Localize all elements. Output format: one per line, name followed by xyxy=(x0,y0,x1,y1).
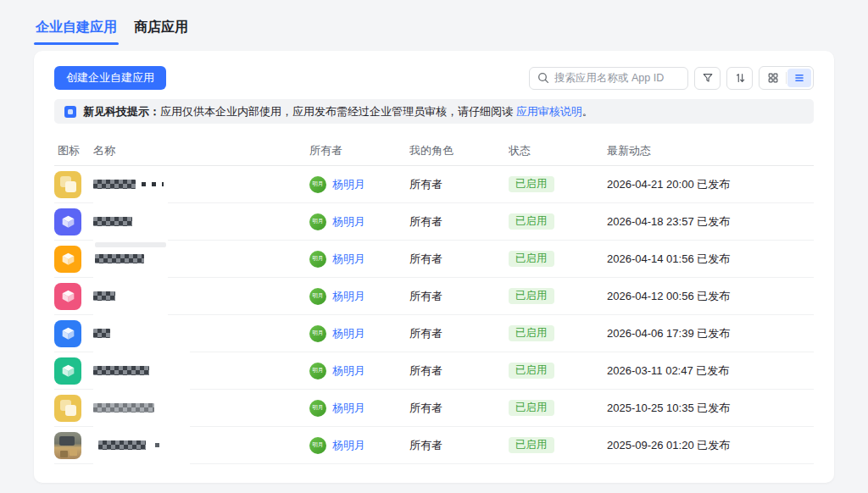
app-icon-cube xyxy=(54,283,81,310)
search-icon xyxy=(537,72,549,84)
app-icon-photo xyxy=(54,432,81,459)
table-row[interactable]: 明月 杨明月 所有者 已启用 2026-04-14 01:56 已发布 xyxy=(54,241,814,278)
status-badge: 已启用 xyxy=(509,288,554,305)
sort-icon xyxy=(734,72,746,84)
banner-prefix: 新见科技提示： xyxy=(83,105,160,118)
tab-bar: 企业自建应用商店应用 xyxy=(34,19,190,45)
icon-cell xyxy=(54,208,93,235)
owner-link[interactable]: 杨明月 xyxy=(332,289,365,304)
role-text: 所有者 xyxy=(409,177,509,192)
app-name-censored xyxy=(93,217,132,226)
app-list-card: 创建企业自建应用 xyxy=(34,51,834,483)
app-icon-docs xyxy=(54,395,81,422)
status-cell: 已启用 xyxy=(509,325,607,342)
app-icon-cube xyxy=(54,357,81,385)
tab-self-built-apps[interactable]: 企业自建应用 xyxy=(34,19,119,45)
owner-avatar: 明月 xyxy=(309,288,326,305)
activity-text: 2025-10-25 10:35 已发布 xyxy=(607,401,814,416)
status-badge: 已启用 xyxy=(509,325,554,342)
name-cell xyxy=(93,217,309,226)
app-icon-cube xyxy=(54,246,81,273)
search-box[interactable] xyxy=(529,67,688,90)
owner-avatar: 明月 xyxy=(309,325,326,342)
role-text: 所有者 xyxy=(409,438,509,453)
owner-link[interactable]: 杨明月 xyxy=(332,214,365,230)
owner-cell: 明月 杨明月 xyxy=(309,288,409,305)
create-app-button[interactable]: 创建企业自建应用 xyxy=(54,66,166,90)
status-cell: 已启用 xyxy=(509,213,607,230)
toolbar-right xyxy=(529,66,814,90)
owner-avatar: 明月 xyxy=(309,363,326,379)
banner-suffix: 。 xyxy=(582,105,593,118)
owner-avatar: 明月 xyxy=(309,176,326,193)
name-cell xyxy=(93,440,309,450)
owner-avatar: 明月 xyxy=(309,213,326,230)
icon-cell xyxy=(54,320,93,347)
sort-button[interactable] xyxy=(726,67,753,90)
owner-cell: 明月 杨明月 xyxy=(309,213,409,230)
activity-text: 2026-04-14 01:56 已发布 xyxy=(607,252,814,267)
grid-view-icon xyxy=(767,72,779,84)
owner-link[interactable]: 杨明月 xyxy=(332,326,365,341)
grid-view-button[interactable] xyxy=(761,69,785,87)
status-cell: 已启用 xyxy=(509,176,607,193)
status-badge: 已启用 xyxy=(509,363,554,379)
tab-store-apps[interactable]: 商店应用 xyxy=(132,19,190,45)
role-text: 所有者 xyxy=(409,252,509,267)
activity-text: 2026-03-11 02:47 已发布 xyxy=(607,363,814,379)
filter-button[interactable] xyxy=(694,67,721,90)
name-censor-overlay xyxy=(168,330,190,469)
name-censor-band xyxy=(95,242,166,247)
name-cell xyxy=(93,366,309,375)
role-text: 所有者 xyxy=(409,214,509,230)
list-view-button[interactable] xyxy=(787,69,811,87)
owner-cell: 明月 杨明月 xyxy=(309,363,409,379)
banner-text: 新见科技提示：应用仅供本企业内部使用，应用发布需经过企业管理员审核，请仔细阅读 … xyxy=(83,104,593,119)
table-row[interactable]: 明月 杨明月 所有者 已启用 2026-04-12 00:56 已发布 xyxy=(54,278,814,315)
status-badge: 已启用 xyxy=(509,437,554,454)
status-cell: 已启用 xyxy=(509,288,607,305)
activity-text: 2026-04-06 17:39 已发布 xyxy=(607,326,814,341)
name-cell xyxy=(93,254,309,263)
filter-funnel-icon xyxy=(702,72,714,84)
app-name-censored xyxy=(93,291,115,301)
status-cell: 已启用 xyxy=(509,363,607,379)
owner-link[interactable]: 杨明月 xyxy=(332,438,365,453)
name-cell xyxy=(93,403,309,413)
search-input[interactable] xyxy=(554,72,680,84)
status-badge: 已启用 xyxy=(509,176,554,193)
name-cell xyxy=(93,180,309,189)
table-row[interactable]: 明月 杨明月 所有者 已启用 2026-04-21 20:00 已发布 xyxy=(54,166,814,203)
icon-cell xyxy=(54,171,93,198)
column-header: 最新动态 xyxy=(607,143,814,158)
app-name-censored xyxy=(93,403,154,413)
owner-cell: 明月 杨明月 xyxy=(309,176,409,193)
icon-cell xyxy=(54,246,93,273)
review-guide-link[interactable]: 应用审核说明 xyxy=(516,105,582,118)
app-icon-cube xyxy=(54,320,81,347)
list-view-icon xyxy=(793,72,805,84)
owner-avatar: 明月 xyxy=(309,251,326,268)
role-text: 所有者 xyxy=(409,289,509,304)
column-header: 名称 xyxy=(93,143,309,158)
owner-cell: 明月 杨明月 xyxy=(309,400,409,417)
owner-avatar: 明月 xyxy=(309,437,326,454)
icon-cell xyxy=(54,357,93,385)
view-toggle-divider xyxy=(786,72,787,84)
owner-link[interactable]: 杨明月 xyxy=(332,401,365,416)
icon-cell xyxy=(54,432,93,459)
owner-cell: 明月 杨明月 xyxy=(309,325,409,342)
app-name-censored xyxy=(93,329,110,338)
banner-body: 应用仅供本企业内部使用，应用发布需经过企业管理员审核，请仔细阅读 xyxy=(160,105,516,118)
role-text: 所有者 xyxy=(409,401,509,416)
owner-link[interactable]: 杨明月 xyxy=(332,252,365,267)
owner-link[interactable]: 杨明月 xyxy=(332,363,365,379)
column-header: 状态 xyxy=(509,143,607,158)
icon-cell xyxy=(54,395,93,422)
role-text: 所有者 xyxy=(409,363,509,379)
owner-link[interactable]: 杨明月 xyxy=(332,177,365,192)
owner-cell: 明月 杨明月 xyxy=(309,251,409,268)
app-name-censored xyxy=(93,180,136,189)
table-row[interactable]: 明月 杨明月 所有者 已启用 2026-04-18 23:57 已发布 xyxy=(54,203,814,241)
status-badge: 已启用 xyxy=(509,251,554,268)
